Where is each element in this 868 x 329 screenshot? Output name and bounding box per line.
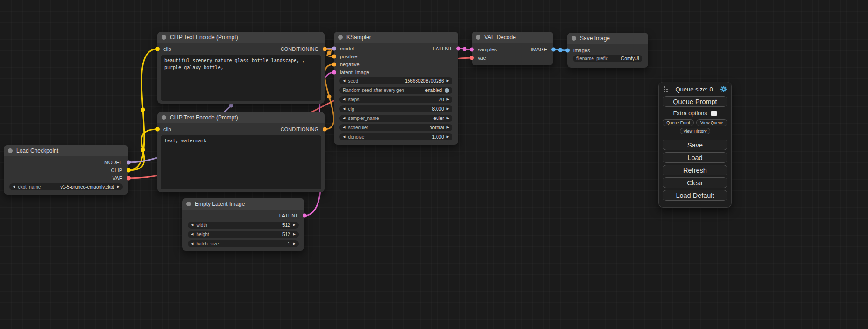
conditioning-output-dot[interactable] bbox=[323, 47, 327, 51]
vae-input-dot[interactable] bbox=[470, 56, 474, 60]
node-title-bar[interactable]: Save Image bbox=[567, 33, 648, 44]
cfg-widget[interactable]: ◀ cfg 8.000 ▶ bbox=[339, 105, 452, 112]
left-arrow-icon[interactable]: ◀ bbox=[13, 185, 15, 189]
left-arrow-icon[interactable]: ◀ bbox=[191, 224, 193, 227]
link-dot bbox=[141, 148, 145, 152]
positive-input-dot[interactable] bbox=[332, 54, 336, 58]
queue-size-label: Queue size: 0 bbox=[668, 86, 720, 93]
steps-widget[interactable]: ◀ steps 20 ▶ bbox=[339, 96, 452, 103]
right-arrow-icon[interactable]: ▶ bbox=[447, 135, 449, 139]
node-graph-canvas[interactable]: { "colors": { "model": "#B39DDB", "clip"… bbox=[0, 0, 868, 329]
node-status-dot-icon bbox=[162, 35, 166, 40]
clip-output-dot[interactable] bbox=[127, 168, 131, 172]
sampler-name-widget[interactable]: ◀ sampler_name euler ▶ bbox=[339, 115, 452, 122]
left-arrow-icon[interactable]: ◀ bbox=[343, 107, 345, 111]
node-title-bar[interactable]: CLIP Text Encode (Prompt) bbox=[157, 112, 325, 123]
node-status-dot-icon bbox=[162, 115, 166, 120]
link-dot bbox=[229, 104, 233, 108]
node-title-bar[interactable]: VAE Decode bbox=[472, 32, 553, 43]
latent-output-label: LATENT bbox=[279, 213, 298, 218]
node-clip-text-encode-positive[interactable]: CLIP Text Encode (Prompt) clip CONDITION… bbox=[157, 32, 325, 104]
node-title-bar[interactable]: KSampler bbox=[334, 32, 458, 43]
right-arrow-icon[interactable]: ▶ bbox=[447, 79, 449, 83]
save-button[interactable]: Save bbox=[663, 140, 727, 150]
conditioning-output-label: CONDITIONING bbox=[281, 46, 318, 52]
refresh-button[interactable]: Refresh bbox=[663, 165, 727, 175]
latent-image-input-label: latent_image bbox=[340, 70, 369, 75]
node-vae-decode[interactable]: VAE Decode samples IMAGE vae bbox=[472, 32, 553, 65]
random-seed-toggle-icon[interactable] bbox=[445, 88, 449, 93]
filename-prefix-widget[interactable]: filename_prefix ComfyUI bbox=[573, 55, 642, 62]
clear-button[interactable]: Clear bbox=[663, 177, 727, 188]
denoise-widget[interactable]: ◀ denoise 1.000 ▶ bbox=[339, 133, 452, 140]
load-button[interactable]: Load bbox=[663, 152, 727, 163]
right-arrow-icon[interactable]: ▶ bbox=[293, 224, 296, 227]
right-arrow-icon[interactable]: ▶ bbox=[293, 233, 296, 236]
image-output-label: IMAGE bbox=[531, 47, 547, 52]
load-default-button[interactable]: Load Default bbox=[663, 190, 727, 201]
settings-gear-icon[interactable] bbox=[720, 85, 727, 93]
conditioning-output-dot[interactable] bbox=[323, 127, 327, 132]
queue-prompt-button[interactable]: Queue Prompt bbox=[663, 96, 727, 107]
node-title-text: Load Checkpoint bbox=[16, 147, 58, 154]
latent-output-dot[interactable] bbox=[456, 46, 460, 50]
node-load-checkpoint[interactable]: Load Checkpoint MODEL CLIP VAE ◀ ckpt_na… bbox=[4, 145, 128, 195]
images-input-label: images bbox=[573, 48, 590, 53]
node-ksampler[interactable]: KSampler model LATENT positive negative … bbox=[334, 32, 458, 145]
latent-output-dot[interactable] bbox=[303, 214, 307, 218]
right-arrow-icon[interactable]: ▶ bbox=[117, 185, 120, 189]
negative-input-dot[interactable] bbox=[332, 62, 336, 66]
extra-options-label: Extra options bbox=[673, 110, 707, 117]
right-arrow-icon[interactable]: ▶ bbox=[447, 98, 449, 101]
right-arrow-icon[interactable]: ▶ bbox=[447, 117, 449, 120]
node-title-text: Empty Latent Image bbox=[195, 201, 245, 207]
random-seed-widget[interactable]: Random seed after every gen enabled bbox=[339, 87, 452, 94]
node-title-bar[interactable]: Empty Latent Image bbox=[182, 198, 304, 210]
drag-handle-icon[interactable] bbox=[663, 86, 668, 92]
model-input-dot[interactable] bbox=[332, 46, 336, 50]
model-output-dot[interactable] bbox=[127, 160, 131, 164]
clip-input-dot[interactable] bbox=[155, 47, 160, 51]
seed-widget[interactable]: ◀ seed 156680208700286 ▶ bbox=[339, 77, 452, 84]
batch-size-widget[interactable]: ◀ batch_size 1 ▶ bbox=[188, 240, 299, 247]
view-history-button[interactable]: View History bbox=[680, 128, 711, 134]
node-title-text: CLIP Text Encode (Prompt) bbox=[170, 114, 238, 121]
node-save-image[interactable]: Save Image images filename_prefix ComfyU… bbox=[567, 33, 648, 68]
images-input-dot[interactable] bbox=[565, 48, 570, 52]
samples-input-dot[interactable] bbox=[470, 48, 474, 52]
link-dot bbox=[558, 48, 563, 52]
latent-image-input-dot[interactable] bbox=[332, 70, 336, 74]
vae-input-label: vae bbox=[478, 55, 486, 61]
node-status-dot-icon bbox=[8, 148, 13, 153]
extra-options-checkbox[interactable] bbox=[711, 111, 717, 116]
link-dot bbox=[327, 51, 332, 55]
height-widget[interactable]: ◀ height 512 ▶ bbox=[188, 231, 299, 238]
right-arrow-icon[interactable]: ▶ bbox=[447, 126, 449, 129]
left-arrow-icon[interactable]: ◀ bbox=[343, 79, 345, 83]
scheduler-widget[interactable]: ◀ scheduler normal ▶ bbox=[339, 124, 452, 131]
right-arrow-icon[interactable]: ▶ bbox=[447, 107, 449, 111]
left-arrow-icon[interactable]: ◀ bbox=[343, 126, 345, 129]
node-clip-text-encode-negative[interactable]: CLIP Text Encode (Prompt) clip CONDITION… bbox=[157, 112, 325, 192]
clip-input-label: clip bbox=[163, 46, 171, 52]
negative-prompt-text[interactable]: text, watermark bbox=[161, 135, 321, 189]
node-title-bar[interactable]: CLIP Text Encode (Prompt) bbox=[157, 32, 325, 43]
width-widget[interactable]: ◀ width 512 ▶ bbox=[188, 222, 299, 229]
clip-input-dot[interactable] bbox=[155, 127, 160, 132]
node-title-bar[interactable]: Load Checkpoint bbox=[4, 145, 128, 156]
queue-front-button[interactable]: Queue Front bbox=[663, 119, 694, 126]
node-status-dot-icon bbox=[186, 202, 191, 206]
ckpt-name-widget[interactable]: ◀ ckpt_name v1-5-pruned-emaonly.ckpt ▶ bbox=[9, 183, 123, 190]
left-arrow-icon[interactable]: ◀ bbox=[343, 135, 345, 139]
image-output-dot[interactable] bbox=[551, 48, 556, 52]
node-empty-latent-image[interactable]: Empty Latent Image LATENT ◀ width 512 ▶ … bbox=[182, 198, 304, 251]
vae-output-dot[interactable] bbox=[127, 176, 131, 180]
left-arrow-icon[interactable]: ◀ bbox=[343, 117, 345, 120]
left-arrow-icon[interactable]: ◀ bbox=[343, 98, 345, 101]
positive-prompt-text[interactable]: beautiful scenery nature glass bottle la… bbox=[161, 55, 321, 101]
left-arrow-icon[interactable]: ◀ bbox=[191, 242, 193, 245]
comfy-menu-panel[interactable]: Queue size: 0 Queue Prompt Extra options… bbox=[658, 82, 732, 208]
left-arrow-icon[interactable]: ◀ bbox=[191, 233, 193, 236]
view-queue-button[interactable]: View Queue bbox=[696, 119, 727, 126]
right-arrow-icon[interactable]: ▶ bbox=[293, 242, 296, 245]
